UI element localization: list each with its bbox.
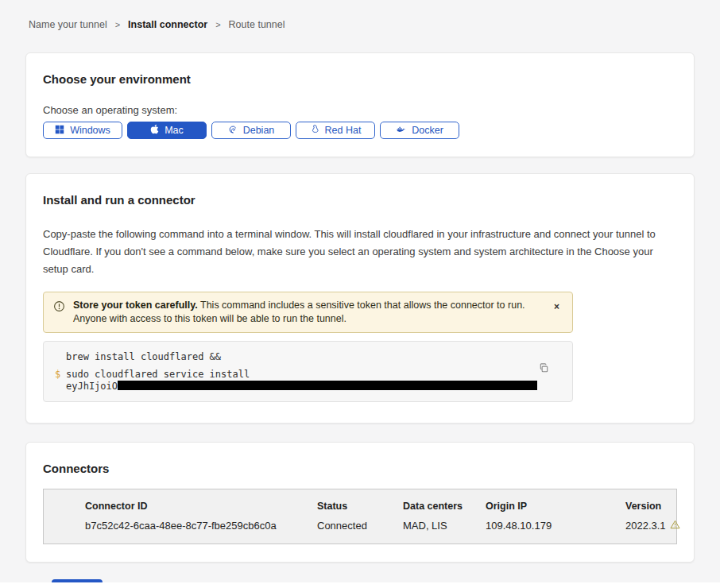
header-connector-id: Connector ID [85, 501, 317, 512]
environment-card-title: Choose your environment [43, 72, 677, 86]
token-warning-banner: Store your token carefully. This command… [43, 292, 573, 333]
os-select-label: Choose an operating system: [43, 104, 677, 116]
os-button-group: Windows Mac Debian Red Hat [43, 122, 677, 139]
apple-icon [150, 124, 159, 137]
header-version: Version [625, 501, 676, 512]
os-button-docker[interactable]: Docker [380, 122, 459, 139]
os-button-mac[interactable]: Mac [127, 122, 207, 139]
connectors-card-title: Connectors [43, 462, 677, 475]
code-line-token: eyJhIjoiO [55, 381, 561, 392]
connectors-table: Connector ID Status Data centers Origin … [43, 489, 677, 544]
connectors-table-header: Connector ID Status Data centers Origin … [44, 501, 676, 512]
os-button-windows[interactable]: Windows [43, 122, 122, 139]
install-command-codeblock: brew install cloudflared && $ sudo cloud… [43, 341, 573, 402]
os-button-label: Docker [412, 125, 443, 136]
header-data-centers: Data centers [403, 501, 486, 512]
warning-triangle-icon [670, 520, 680, 532]
debian-icon [228, 125, 238, 137]
code-gap [55, 363, 561, 369]
header-origin-ip: Origin IP [486, 501, 625, 512]
main-content: Choose your environment Choose an operat… [25, 52, 695, 588]
prompt-spacer [55, 381, 66, 392]
copy-icon[interactable] [536, 361, 552, 378]
os-button-label: Red Hat [325, 125, 362, 136]
version-number: 2022.3.1 [625, 520, 666, 532]
breadcrumb: Name your tunnel > Install connector > R… [0, 0, 720, 30]
os-button-redhat[interactable]: Red Hat [296, 122, 375, 139]
breadcrumb-separator: > [215, 20, 220, 29]
breadcrumb-install-connector[interactable]: Install connector [128, 19, 207, 30]
installer-card-title: Install and run a connector [43, 193, 677, 207]
connectors-card: Connectors Connector ID Status Data cent… [25, 442, 695, 563]
origin-ip-value: 109.48.10.179 [486, 520, 625, 532]
os-button-label: Windows [70, 125, 110, 136]
os-button-debian[interactable]: Debian [211, 122, 291, 139]
installer-description: Copy-paste the following command into a … [43, 226, 677, 278]
close-icon[interactable]: × [549, 299, 564, 315]
environment-card: Choose your environment Choose an operat… [25, 52, 695, 157]
code-line-2: $ sudo cloudflared service install [55, 369, 561, 381]
token-prefix: eyJhIjoiO [66, 381, 118, 392]
docker-whale-icon [396, 125, 406, 137]
bottom-strip [0, 582, 720, 588]
redacted-token-bar [118, 381, 537, 390]
token-warning-bold: Store your token carefully. [73, 300, 198, 311]
header-status: Status [317, 501, 403, 512]
info-circle-icon [53, 300, 65, 315]
installer-card: Install and run a connector Copy-paste t… [25, 173, 695, 424]
shell-prompt: $ [55, 369, 66, 381]
code-text: sudo cloudflared service install [66, 369, 250, 381]
prompt-spacer [55, 351, 66, 363]
breadcrumb-route-tunnel[interactable]: Route tunnel [229, 19, 285, 30]
status-badge: Connected [317, 520, 403, 532]
code-text: brew install cloudflared && [66, 351, 221, 363]
breadcrumb-name-your-tunnel[interactable]: Name your tunnel [29, 19, 107, 30]
os-button-label: Mac [165, 125, 184, 136]
table-row: b7c52c42-6caa-48ee-8c77-fbe259cb6c0a Con… [44, 520, 676, 532]
windows-icon [55, 125, 64, 137]
os-button-label: Debian [243, 125, 275, 136]
token-area: eyJhIjoiO [66, 381, 537, 392]
data-centers-value: MAD, LIS [403, 520, 486, 532]
connector-id-value: b7c52c42-6caa-48ee-8c77-fbe259cb6c0a [85, 520, 317, 532]
redhat-tux-icon [310, 124, 319, 137]
token-warning-text: Store your token carefully. This command… [73, 299, 541, 326]
breadcrumb-separator: > [115, 20, 120, 29]
version-value: 2022.3.1 [625, 520, 680, 532]
code-line-1: brew install cloudflared && [55, 351, 561, 363]
